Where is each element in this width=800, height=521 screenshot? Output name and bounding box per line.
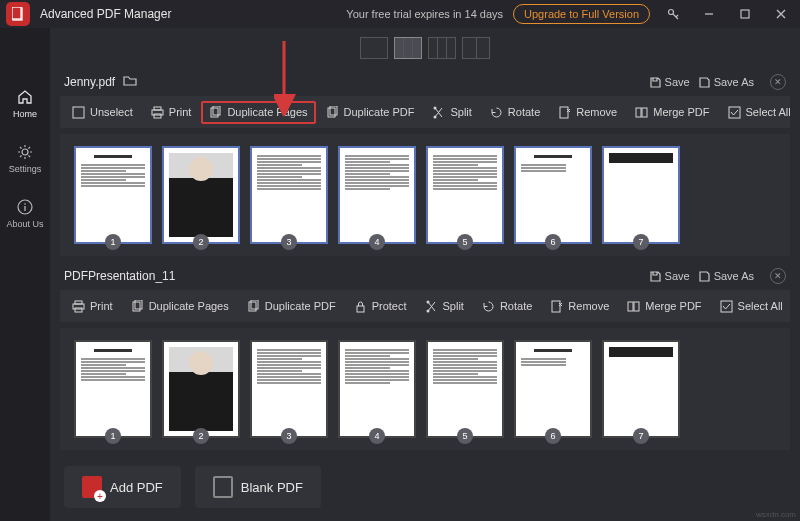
page-badge: 4 [369,234,385,250]
view-mode-4[interactable] [462,37,490,59]
svg-rect-31 [357,306,364,312]
save-button[interactable]: Save [649,270,690,282]
page-badge: 4 [369,428,385,444]
page-badge: 6 [545,234,561,250]
sidebar-item-settings[interactable]: Settings [9,143,42,174]
selectall-button[interactable]: Select All [712,295,791,318]
sidebar-item-about[interactable]: About Us [6,198,43,229]
selectall-button[interactable]: Select All [720,101,799,124]
doc1-toolbar: Unselect Print Duplicate Pages Duplicate… [60,96,790,128]
svg-rect-14 [211,108,218,117]
merge-button[interactable]: Merge PDF [627,101,717,124]
main: Jenny.pdf Save Save As ✕ Unselect Print … [50,28,800,521]
svg-rect-27 [133,302,140,311]
view-mode-2[interactable] [394,37,422,59]
page-thumb[interactable]: 2 [162,340,240,438]
info-icon [16,198,34,216]
rotate-button[interactable]: Rotate [474,295,540,318]
page-thumb[interactable]: 4 [338,340,416,438]
blank-pdf-button[interactable]: Blank PDF [195,466,321,508]
page-thumb[interactable]: 1 [74,340,152,438]
split-button[interactable]: Split [424,101,479,124]
duplicate-pdf-button[interactable]: Duplicate PDF [318,101,423,124]
svg-point-2 [669,10,674,15]
protect-button[interactable]: Protect [346,295,415,318]
close-icon[interactable] [768,1,794,27]
svg-rect-22 [642,108,647,117]
remove-button[interactable]: Remove [550,101,625,124]
page-badge: 5 [457,428,473,444]
print-button[interactable]: Print [143,101,200,124]
sidebar-item-home[interactable]: Home [13,88,37,119]
view-mode-3[interactable] [428,37,456,59]
close-doc-button[interactable]: ✕ [770,268,786,284]
save-button[interactable]: Save [649,76,690,88]
view-mode-1[interactable] [360,37,388,59]
blank-pdf-icon [213,476,233,498]
svg-rect-36 [634,302,639,311]
saveas-button[interactable]: Save As [698,270,754,282]
sidebar-label: Settings [9,164,42,174]
duplicate-pdf-button[interactable]: Duplicate PDF [239,295,344,318]
upgrade-button[interactable]: Upgrade to Full Version [513,4,650,24]
page-thumb[interactable]: 5 [426,340,504,438]
titlebar: Advanced PDF Manager Your free trial exp… [0,0,800,28]
svg-rect-37 [721,301,732,312]
page-thumb[interactable]: 4 [338,146,416,244]
svg-rect-17 [330,106,337,115]
svg-rect-1 [12,7,21,19]
doc-name: PDFPresentation_11 [64,269,175,283]
svg-rect-10 [73,107,84,118]
svg-rect-23 [729,107,740,118]
rotate-button[interactable]: Rotate [482,101,548,124]
minimize-icon[interactable] [696,1,722,27]
svg-point-5 [22,149,28,155]
page-thumb[interactable]: 2 [162,146,240,244]
add-pdf-button[interactable]: Add PDF [64,466,181,508]
svg-point-32 [426,300,429,303]
bottom-actions: Add PDF Blank PDF [50,456,800,518]
page-badge: 6 [545,428,561,444]
app-logo [6,2,30,26]
page-badge: 2 [193,234,209,250]
page-badge: 7 [633,428,649,444]
document-2: PDFPresentation_11 Save Save As ✕ Print … [50,262,800,456]
page-badge: 3 [281,234,297,250]
page-thumb[interactable]: 6 [514,340,592,438]
saveas-button[interactable]: Save As [698,76,754,88]
maximize-icon[interactable] [732,1,758,27]
close-doc-button[interactable]: ✕ [770,74,786,90]
more-button[interactable]: • [793,295,800,317]
doc-name: Jenny.pdf [64,75,115,89]
view-mode-bar [50,28,800,68]
page-thumb[interactable]: 5 [426,146,504,244]
folder-icon[interactable] [123,75,137,89]
svg-rect-30 [251,300,258,309]
print-button[interactable]: Print [64,295,121,318]
svg-rect-21 [636,108,641,117]
page-thumb[interactable]: 3 [250,340,328,438]
page-badge: 2 [193,428,209,444]
page-badge: 1 [105,428,121,444]
trial-text: Your free trial expires in 14 days [346,8,503,20]
merge-button[interactable]: Merge PDF [619,295,709,318]
svg-point-18 [434,106,437,109]
unselect-button[interactable]: Unselect [64,101,141,124]
svg-rect-16 [328,108,335,117]
svg-point-7 [24,203,26,205]
page-badge: 3 [281,428,297,444]
page-badge: 7 [633,234,649,250]
duplicate-pages-button[interactable]: Duplicate Pages [201,101,315,124]
page-thumb[interactable]: 7 [602,146,680,244]
key-icon[interactable] [660,1,686,27]
page-thumb[interactable]: 7 [602,340,680,438]
document-1: Jenny.pdf Save Save As ✕ Unselect Print … [50,68,800,262]
split-button[interactable]: Split [417,295,472,318]
page-thumb[interactable]: 6 [514,146,592,244]
page-thumb[interactable]: 1 [74,146,152,244]
page-thumb[interactable]: 3 [250,146,328,244]
doc2-thumbs: 1 2 3 4 5 6 7 [60,328,790,450]
duplicate-pages-button[interactable]: Duplicate Pages [123,295,237,318]
doc1-thumbs: 1 2 3 4 5 6 7 [60,134,790,256]
remove-button[interactable]: Remove [542,295,617,318]
